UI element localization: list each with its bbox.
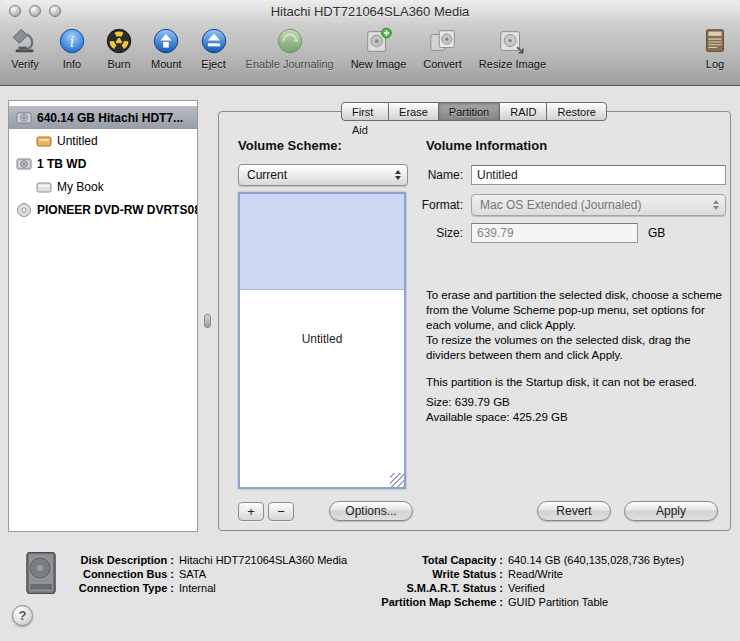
partition-add-remove-group: + − (238, 502, 294, 521)
toolbar-convert-button[interactable]: Convert (423, 26, 462, 70)
help-paragraph: To erase and partition the selected disk… (426, 288, 724, 333)
toolbar-eject-button[interactable]: Eject (199, 26, 229, 70)
toolbar-mount-button[interactable]: Mount (151, 26, 182, 70)
toolbar-resize-image-label: Resize Image (479, 58, 546, 70)
info-label: S.M.A.R.T. Status : (378, 582, 503, 594)
hard-drive-icon (24, 551, 58, 595)
external-disk-icon (16, 156, 32, 172)
toolbar-enable-journaling-label: Enable Journaling (246, 58, 334, 70)
volume-information-heading: Volume Information (426, 138, 547, 153)
volume-icon (36, 133, 52, 149)
partition-pane: Volume Scheme: Volume Information Curren… (218, 111, 731, 531)
tab-partition[interactable]: Partition (438, 102, 500, 121)
window-header: Hitachi HDT721064SLA360 Media Verify (0, 0, 740, 86)
toolbar-log-label: Log (706, 58, 724, 70)
revert-button[interactable]: Revert (537, 501, 611, 521)
partition-name-label: Untitled (240, 332, 404, 346)
sidebar-item-label: 640.14 GB Hitachi HDT7... (37, 111, 183, 125)
sidebar-item-hitachi-disk[interactable]: 640.14 GB Hitachi HDT7... (9, 106, 197, 129)
toolbar-new-image-label: New Image (351, 58, 407, 70)
info-icon: i (57, 26, 87, 56)
info-label: Disk Description : (62, 554, 174, 566)
available-space-note: Available space: 425.29 GB (426, 410, 724, 425)
volume-icon (36, 179, 52, 195)
info-label: Total Capacity : (378, 554, 503, 566)
info-value: GUID Partition Table (508, 596, 684, 608)
partition-resize-handle-icon[interactable] (390, 473, 404, 487)
view-tabs: First Aid Erase Partition RAID Restore (341, 102, 607, 121)
toolbar-resize-image-button[interactable]: Resize Image (479, 26, 546, 70)
remove-partition-button[interactable]: − (268, 502, 294, 521)
sidebar-item-pioneer-drive[interactable]: PIONEER DVD-RW DVRTS08 (9, 198, 197, 221)
svg-text:i: i (70, 33, 74, 50)
toolbar-info-button[interactable]: i Info (57, 26, 87, 70)
window-title: Hitachi HDT721064SLA360 Media (0, 4, 740, 19)
info-value: Read/Write (508, 568, 684, 580)
format-select: Mac OS Extended (Journaled) (471, 194, 726, 216)
toolbar-eject-label: Eject (201, 58, 225, 70)
volume-scheme-heading: Volume Scheme: (238, 138, 342, 153)
eject-icon (199, 26, 229, 56)
internal-disk-icon (16, 110, 32, 126)
name-row: Name: (219, 165, 726, 185)
options-button[interactable]: Options... (329, 501, 413, 521)
size-label: Size: (219, 226, 471, 240)
toolbar-info-label: Info (63, 58, 81, 70)
sidebar-item-untitled-volume[interactable]: Untitled (9, 129, 197, 152)
toolbar-convert-label: Convert (423, 58, 462, 70)
toolbar-verify-button[interactable]: Verify (10, 26, 40, 70)
add-partition-button[interactable]: + (238, 502, 264, 521)
toolbar-mount-label: Mount (151, 58, 182, 70)
toolbar-verify-label: Verify (11, 58, 39, 70)
microscope-icon (10, 26, 40, 56)
partition-help-text: To erase and partition the selected disk… (426, 288, 724, 425)
toolbar: Verify i Info (0, 24, 740, 84)
tab-erase[interactable]: Erase (388, 102, 439, 121)
sidebar-item-label: 1 TB WD (37, 157, 86, 171)
disk-info-right: Total Capacity : 640.14 GB (640,135,028,… (378, 554, 684, 608)
startup-disk-note: This partition is the Startup disk, it c… (426, 375, 724, 390)
size-note: Size: 639.79 GB (426, 395, 724, 410)
sidebar-item-label: Untitled (57, 134, 98, 148)
sidebar-item-my-book-volume[interactable]: My Book (9, 175, 197, 198)
info-label: Connection Bus : (62, 568, 174, 580)
sidebar-item-label: My Book (57, 180, 104, 194)
convert-icon (428, 26, 458, 56)
info-label: Connection Type : (62, 582, 174, 594)
size-unit-label: GB (648, 226, 665, 240)
tab-first-aid[interactable]: First Aid (341, 102, 389, 121)
tab-restore[interactable]: Restore (546, 102, 607, 121)
toolbar-new-image-button[interactable]: New Image (351, 26, 407, 70)
sidebar-item-label: PIONEER DVD-RW DVRTS08 (37, 203, 197, 217)
disk-utility-window: Hitachi HDT721064SLA360 Media Verify (0, 0, 740, 641)
name-label: Name: (219, 168, 471, 182)
toolbar-enable-journaling-button[interactable]: Enable Journaling (246, 26, 334, 70)
mount-icon (151, 26, 181, 56)
name-field[interactable] (471, 165, 726, 185)
format-value: Mac OS Extended (Journaled) (480, 198, 641, 212)
device-sidebar: 640.14 GB Hitachi HDT7... Untitled 1 TB … (8, 100, 198, 532)
sidebar-item-wd-disk[interactable]: 1 TB WD (9, 152, 197, 175)
toolbar-burn-button[interactable]: Burn (104, 26, 134, 70)
info-label: Partition Map Scheme : (378, 596, 503, 608)
apply-button[interactable]: Apply (624, 501, 718, 521)
tab-raid[interactable]: RAID (499, 102, 547, 121)
info-value: Hitachi HDT721064SLA360 Media (179, 554, 347, 566)
splitter-handle[interactable] (204, 314, 211, 328)
toolbar-burn-label: Burn (107, 58, 130, 70)
disk-info-left: Disk Description : Hitachi HDT721064SLA3… (62, 554, 347, 594)
burn-icon (104, 26, 134, 56)
optical-drive-icon (16, 202, 32, 218)
info-value: SATA (179, 568, 347, 580)
new-image-icon (363, 26, 393, 56)
popup-arrows-icon (713, 200, 719, 210)
help-paragraph: To resize the volumes on the selected di… (426, 333, 724, 363)
info-label: Write Status : (378, 568, 503, 580)
size-row: Size: GB (219, 223, 726, 243)
size-field (471, 223, 638, 243)
format-label: Format: (219, 198, 471, 212)
help-button[interactable]: ? (12, 605, 33, 626)
toolbar-log-button[interactable]: Log (700, 26, 730, 70)
info-value: Internal (179, 582, 347, 594)
info-value: 640.14 GB (640,135,028,736 Bytes) (508, 554, 684, 566)
